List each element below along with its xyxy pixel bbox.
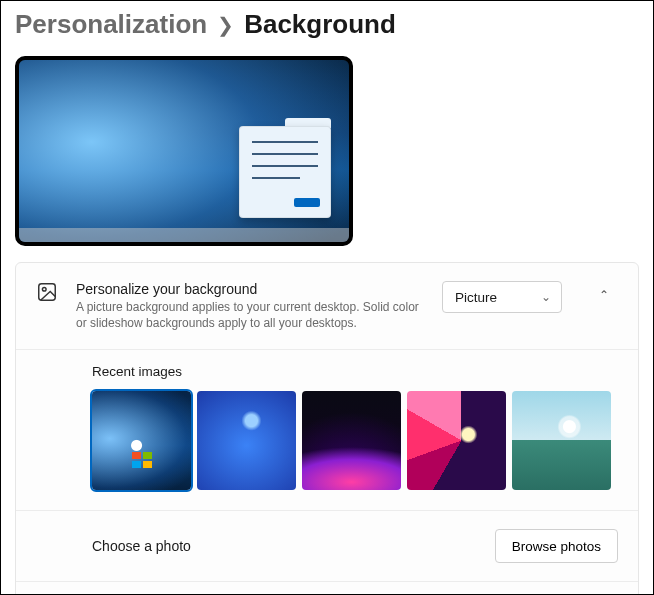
collapse-button[interactable]: ⌃ [590,281,618,309]
chevron-down-icon: ⌄ [541,290,551,304]
svg-point-1 [42,287,46,291]
background-type-value: Picture [455,290,497,305]
desktop-preview [15,56,353,246]
recent-image-3[interactable] [302,391,401,490]
choose-fit-row: Choose a fit for your desktop image Fill… [16,582,638,595]
background-type-select[interactable]: Picture ⌄ [442,281,562,313]
recent-image-5[interactable] [512,391,611,490]
choose-photo-label: Choose a photo [92,538,477,554]
breadcrumb-current: Background [244,9,396,40]
recent-images-label: Recent images [92,364,618,379]
chevron-right-icon: ❯ [217,13,234,37]
recent-image-4[interactable] [407,391,506,490]
personalize-description: A picture background applies to your cur… [76,299,424,331]
recent-images-list [92,391,618,490]
svg-rect-0 [39,284,56,301]
recent-images-block: Recent images [16,350,638,511]
background-settings-card: Personalize your background A picture ba… [15,262,639,595]
personalize-row: Personalize your background A picture ba… [16,263,638,350]
choose-photo-row: Choose a photo Browse photos [16,511,638,582]
breadcrumb-parent[interactable]: Personalization [15,9,207,40]
recent-image-1[interactable] [92,391,191,490]
personalize-title: Personalize your background [76,281,424,297]
picture-icon [36,281,58,303]
recent-image-2[interactable] [197,391,296,490]
breadcrumb: Personalization ❯ Background [1,1,653,56]
chevron-up-icon: ⌃ [599,288,609,302]
browse-photos-button[interactable]: Browse photos [495,529,618,563]
